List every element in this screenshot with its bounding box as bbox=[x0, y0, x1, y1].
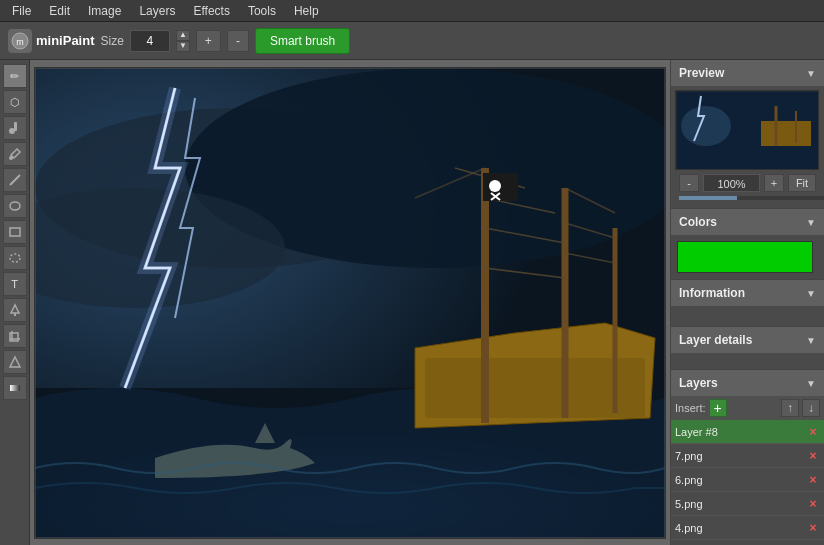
canvas-area[interactable] bbox=[30, 60, 670, 545]
layer-item[interactable]: 6.png× bbox=[671, 468, 824, 492]
tool-dropper[interactable] bbox=[3, 142, 27, 166]
layer-delete-button[interactable]: × bbox=[806, 425, 820, 439]
layer-details-content bbox=[671, 353, 824, 369]
menu-file[interactable]: File bbox=[4, 2, 39, 20]
layer-details-title: Layer details bbox=[679, 333, 752, 347]
preview-header[interactable]: Preview ▼ bbox=[671, 60, 824, 86]
layer-name: Layer #8 bbox=[675, 426, 806, 438]
layers-move-up-button[interactable]: ↑ bbox=[781, 399, 799, 417]
svg-point-8 bbox=[10, 254, 20, 262]
svg-text:m: m bbox=[16, 37, 24, 47]
zoom-minus-button[interactable]: - bbox=[679, 174, 699, 192]
svg-rect-13 bbox=[10, 385, 20, 391]
svg-line-5 bbox=[10, 175, 20, 185]
layers-move-down-button[interactable]: ↓ bbox=[802, 399, 820, 417]
zoom-plus-button[interactable]: + bbox=[764, 174, 784, 192]
information-content bbox=[671, 306, 824, 326]
svg-rect-10 bbox=[10, 333, 18, 341]
menubar: File Edit Image Layers Effects Tools Hel… bbox=[0, 0, 824, 22]
information-header[interactable]: Information ▼ bbox=[671, 280, 824, 306]
svg-point-6 bbox=[10, 202, 20, 210]
size-input[interactable] bbox=[130, 30, 170, 52]
information-arrow: ▼ bbox=[806, 288, 816, 299]
layer-details-header[interactable]: Layer details ▼ bbox=[671, 327, 824, 353]
layer-details-section: Layer details ▼ bbox=[671, 327, 824, 370]
menu-help[interactable]: Help bbox=[286, 2, 327, 20]
tool-ellipse[interactable] bbox=[3, 194, 27, 218]
svg-point-32 bbox=[489, 180, 501, 192]
colors-title: Colors bbox=[679, 215, 717, 229]
layers-list: Layer #8×7.png×6.png×5.png×4.png×3.png×2… bbox=[671, 420, 824, 545]
zoom-display: 100% bbox=[703, 174, 760, 192]
information-section: Information ▼ bbox=[671, 280, 824, 327]
layer-delete-button[interactable]: × bbox=[806, 521, 820, 535]
toolbar: m miniPaint Size ▲ ▼ + - Smart brush bbox=[0, 22, 824, 60]
app-icon: m bbox=[8, 29, 32, 53]
svg-rect-7 bbox=[10, 228, 20, 236]
tool-rectangle[interactable] bbox=[3, 220, 27, 244]
layer-details-arrow: ▼ bbox=[806, 335, 816, 346]
app-logo: m miniPaint bbox=[8, 29, 95, 53]
layer-name: 5.png bbox=[675, 498, 806, 510]
layer-delete-button[interactable]: × bbox=[806, 497, 820, 511]
layer-name: 6.png bbox=[675, 474, 806, 486]
size-spinner: ▲ ▼ bbox=[176, 30, 190, 52]
layer-delete-button[interactable]: × bbox=[806, 473, 820, 487]
layer-name: 7.png bbox=[675, 450, 806, 462]
layer-item[interactable]: 5.png× bbox=[671, 492, 824, 516]
tool-text[interactable]: T bbox=[3, 272, 27, 296]
smart-brush-button[interactable]: Smart brush bbox=[255, 28, 350, 54]
zoom-slider[interactable] bbox=[679, 196, 824, 200]
tool-gradient[interactable] bbox=[3, 376, 27, 400]
tool-triangle[interactable] bbox=[3, 350, 27, 374]
preview-section: Preview ▼ bbox=[671, 60, 824, 209]
tool-crop[interactable] bbox=[3, 324, 27, 348]
layers-add-button[interactable]: + bbox=[709, 399, 727, 417]
thumb-inner bbox=[676, 91, 818, 169]
colors-header[interactable]: Colors ▼ bbox=[671, 209, 824, 235]
information-title: Information bbox=[679, 286, 745, 300]
layer-item[interactable]: 3.png× bbox=[671, 540, 824, 545]
main-area: ✏ ⬡ T bbox=[0, 60, 824, 545]
add-button[interactable]: + bbox=[196, 30, 221, 52]
layers-header[interactable]: Layers ▼ bbox=[671, 370, 824, 396]
fit-button[interactable]: Fit bbox=[788, 174, 816, 192]
size-spin-down[interactable]: ▼ bbox=[176, 41, 190, 52]
svg-rect-3 bbox=[14, 122, 17, 131]
size-spin-up[interactable]: ▲ bbox=[176, 30, 190, 41]
preview-controls: - 100% + Fit bbox=[675, 170, 820, 196]
layer-delete-button[interactable]: × bbox=[806, 449, 820, 463]
colors-arrow: ▼ bbox=[806, 217, 816, 228]
tool-select[interactable]: ⬡ bbox=[3, 90, 27, 114]
colors-content bbox=[671, 235, 824, 279]
zoom-slider-fill bbox=[679, 196, 737, 200]
canvas-container bbox=[34, 67, 666, 539]
layer-item[interactable]: 7.png× bbox=[671, 444, 824, 468]
tool-lasso[interactable] bbox=[3, 246, 27, 270]
menu-layers[interactable]: Layers bbox=[131, 2, 183, 20]
svg-rect-19 bbox=[425, 358, 645, 418]
menu-edit[interactable]: Edit bbox=[41, 2, 78, 20]
layers-toolbar: Insert: + ↑ ↓ bbox=[671, 396, 824, 420]
menu-effects[interactable]: Effects bbox=[185, 2, 237, 20]
tool-fill[interactable] bbox=[3, 298, 27, 322]
menu-tools[interactable]: Tools bbox=[240, 2, 284, 20]
tool-pencil[interactable]: ✏ bbox=[3, 64, 27, 88]
preview-thumbnail bbox=[675, 90, 819, 170]
layers-section: Layers ▼ Insert: + ↑ ↓ Layer #8×7.png×6.… bbox=[671, 370, 824, 545]
subtract-button[interactable]: - bbox=[227, 30, 249, 52]
menu-image[interactable]: Image bbox=[80, 2, 129, 20]
layers-content: Insert: + ↑ ↓ Layer #8×7.png×6.png×5.png… bbox=[671, 396, 824, 545]
layers-title: Layers bbox=[679, 376, 718, 390]
color-swatch[interactable] bbox=[677, 241, 813, 273]
size-label: Size bbox=[101, 34, 124, 48]
layer-item[interactable]: Layer #8× bbox=[671, 420, 824, 444]
layer-item[interactable]: 4.png× bbox=[671, 516, 824, 540]
tool-line[interactable] bbox=[3, 168, 27, 192]
preview-title: Preview bbox=[679, 66, 724, 80]
right-panel: Preview ▼ bbox=[670, 60, 824, 545]
svg-point-37 bbox=[681, 106, 731, 146]
toolbox: ✏ ⬡ T bbox=[0, 60, 30, 545]
tool-brush[interactable] bbox=[3, 116, 27, 140]
main-canvas[interactable] bbox=[35, 68, 665, 538]
